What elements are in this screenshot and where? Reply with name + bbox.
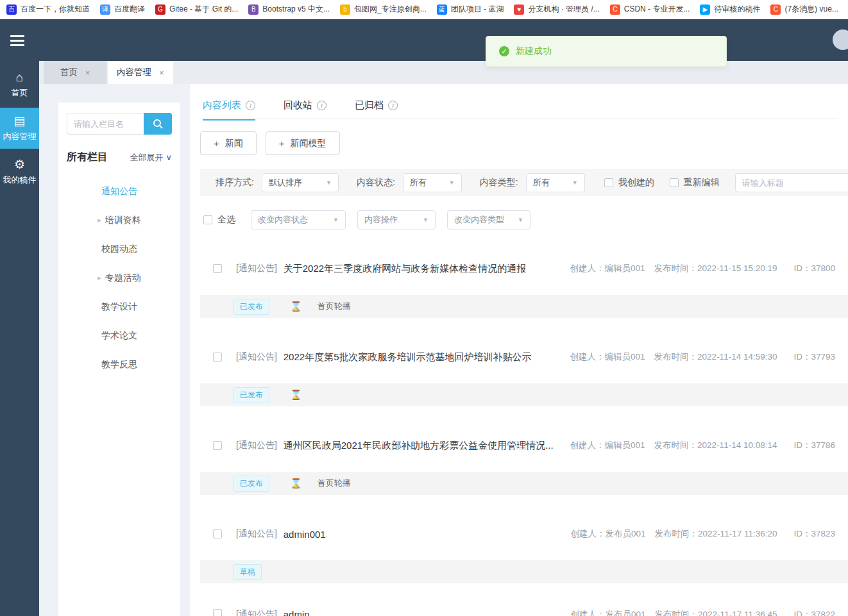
select-value: 改变内容状态	[258, 214, 308, 226]
caret-down-icon: ▼	[518, 217, 523, 223]
caret-right-icon[interactable]: ▸	[98, 274, 101, 282]
item-category-tag: [通知公告]	[236, 609, 277, 616]
tree-item-label: 专题活动	[105, 272, 141, 284]
content-item: [通知公告] 通州区民政局2021年民政部补助地方彩票公益金使用管理情况... …	[200, 419, 838, 495]
sidebar-item-label: 首页	[12, 87, 28, 99]
bookmark-item[interactable]: ▶ 待审核的稿件	[700, 4, 760, 15]
avatar[interactable]	[833, 29, 848, 50]
bookmark-item[interactable]: b 包图网_专注原创商...	[340, 4, 427, 15]
expand-all-label: 全部展开	[130, 152, 163, 163]
bookmark-item[interactable]: 译 百度翻译	[100, 4, 145, 15]
bookmark-item[interactable]: B Bootstrap v5 中文...	[248, 4, 330, 15]
tree-item-notice[interactable]: 通知公告	[58, 177, 180, 206]
item-title[interactable]: 通州区民政局2021年民政部补助地方彩票公益金使用管理情况...	[284, 440, 554, 452]
content-status-select[interactable]: 所有 ▼	[403, 173, 462, 192]
item-checkbox[interactable]	[213, 609, 222, 616]
bookmark-item[interactable]: ♥ 分支机构 · 管理员 /...	[514, 4, 599, 15]
tree-item-training[interactable]: ▸ 培训资料	[58, 206, 180, 235]
app-sidebar: ⌂ 首页 ▤ 内容管理 ⚙ 我的稿件	[0, 61, 39, 616]
bookmark-item[interactable]: C (7条消息) vue...	[770, 4, 838, 15]
info-icon[interactable]: i	[388, 101, 398, 110]
tree-title: 所有栏目	[67, 151, 108, 164]
sort-select[interactable]: 默认排序 ▼	[262, 173, 339, 192]
hamburger-menu-icon[interactable]	[10, 35, 24, 49]
item-publish-time: 发布时间：2022-11-14 14:59:30	[654, 351, 777, 363]
caret-right-icon[interactable]: ▸	[98, 216, 101, 224]
tree-item-academic-paper[interactable]: 学术论文	[58, 321, 180, 350]
sidebar-item-content[interactable]: ▤ 内容管理	[0, 108, 39, 149]
tree-item-teaching-reflection[interactable]: 教学反思	[58, 350, 180, 379]
item-title[interactable]: 关于2022年三季度政府网站与政务新媒体检查情况的通报	[284, 263, 526, 275]
tree-item-special-activity[interactable]: ▸ 专题活动	[58, 263, 180, 292]
created-by-me-checkbox[interactable]	[604, 178, 613, 187]
gitee-icon: G	[155, 4, 165, 15]
item-checkbox[interactable]	[213, 441, 222, 450]
caret-down-icon: ▼	[423, 217, 428, 223]
item-title[interactable]: admin001	[284, 529, 326, 540]
content-item: [通知公告] admin 创建人：发布员001 发布时间：2022-11-17 …	[200, 596, 838, 616]
item-checkbox[interactable]	[213, 529, 222, 538]
item-title[interactable]: 2022年度第5批次家政服务培训示范基地回炉培训补贴公示	[284, 351, 532, 363]
content-action-select[interactable]: 内容操作 ▼	[357, 210, 436, 229]
hourglass-icon: ⌛	[290, 478, 302, 489]
title-search-input[interactable]	[735, 173, 848, 192]
info-icon[interactable]: i	[246, 101, 255, 110]
tree-item-teaching-design[interactable]: 教学设计	[58, 292, 180, 321]
item-title[interactable]: admin	[284, 609, 310, 616]
tab-content-list[interactable]: 内容列表 i	[203, 99, 255, 121]
page-tab-home[interactable]: 首页 ×	[44, 61, 106, 84]
change-status-select[interactable]: 改变内容状态 ▼	[251, 210, 346, 229]
success-toast: ✓ 新建成功	[486, 36, 727, 67]
plus-icon: +	[279, 138, 285, 149]
tab-archived[interactable]: 已归档 i	[355, 99, 398, 121]
bookmark-label: 百度一下，你就知道	[21, 4, 90, 15]
item-checkbox[interactable]	[213, 353, 222, 362]
item-meta: 创建人：编辑员001 发布时间：2022-11-15 15:20:19 ID：3…	[570, 263, 838, 274]
content-type-select[interactable]: 所有 ▼	[526, 173, 585, 192]
carousel-flag: 首页轮播	[318, 478, 351, 489]
item-creator: 创建人：发布员001	[571, 609, 646, 616]
bookmark-item[interactable]: G Gitee - 基于 Git 的...	[155, 4, 238, 15]
content-item-footer: 已发布 ⌛	[200, 383, 848, 406]
hourglass-icon: ⌛	[290, 301, 302, 312]
column-search-input[interactable]	[67, 113, 144, 135]
select-value: 所有	[410, 177, 427, 188]
tree-header: 所有栏目 全部展开 ∨	[67, 151, 172, 164]
re-edit-checkbox[interactable]	[670, 178, 679, 187]
info-icon[interactable]: i	[317, 101, 326, 110]
tree-item-label: 教学反思	[101, 359, 137, 370]
sidebar-item-my-drafts[interactable]: ⚙ 我的稿件	[0, 151, 39, 192]
select-value: 所有	[533, 177, 550, 188]
item-id: ID：37786	[793, 440, 835, 451]
content-item-footer: 草稿	[200, 560, 848, 583]
select-all-checkbox[interactable]	[203, 215, 212, 224]
button-label: 新闻模型	[291, 138, 326, 149]
status-badge: 已发布	[233, 476, 269, 492]
tree-item-campus-news[interactable]: 校园动态	[58, 235, 180, 263]
add-news-button[interactable]: + 新闻	[200, 131, 257, 155]
tree-item-label: 学术论文	[101, 330, 137, 342]
bookmark-item[interactable]: 百 百度一下，你就知道	[6, 4, 90, 15]
browser-bookmarks-bar: 百 百度一下，你就知道 译 百度翻译 G Gitee - 基于 Git 的...…	[0, 0, 848, 19]
item-checkbox[interactable]	[213, 264, 222, 273]
close-icon[interactable]: ×	[159, 68, 164, 78]
page-tab-content-management[interactable]: 内容管理 ×	[108, 61, 173, 84]
expand-all-toggle[interactable]: 全部展开 ∨	[130, 152, 172, 163]
search-button[interactable]	[144, 113, 172, 135]
caret-down-icon: ▼	[572, 179, 578, 186]
status-badge: 草稿	[233, 564, 262, 580]
sidebar-item-home[interactable]: ⌂ 首页	[0, 64, 39, 105]
search-icon	[153, 119, 163, 129]
bookmark-label: Bootstrap v5 中文...	[262, 4, 330, 15]
add-news-model-button[interactable]: + 新闻模型	[266, 131, 340, 155]
content-item-main: [通知公告] 关于2022年三季度政府网站与政务新媒体检查情况的通报 创建人：编…	[200, 242, 838, 295]
tab-recycle-bin[interactable]: 回收站 i	[284, 99, 326, 121]
bookmark-item[interactable]: 蓝 团队项目 - 蓝湖	[437, 4, 504, 15]
bookmark-item[interactable]: C CSDN - 专业开发...	[610, 4, 690, 15]
close-icon[interactable]: ×	[85, 68, 90, 78]
tab-label: 已归档	[355, 99, 384, 112]
caret-down-icon: ▼	[326, 179, 332, 186]
csdn-icon: C	[610, 4, 620, 15]
change-type-select[interactable]: 改变内容类型 ▼	[447, 210, 530, 229]
caret-down-icon: ▼	[333, 217, 339, 223]
